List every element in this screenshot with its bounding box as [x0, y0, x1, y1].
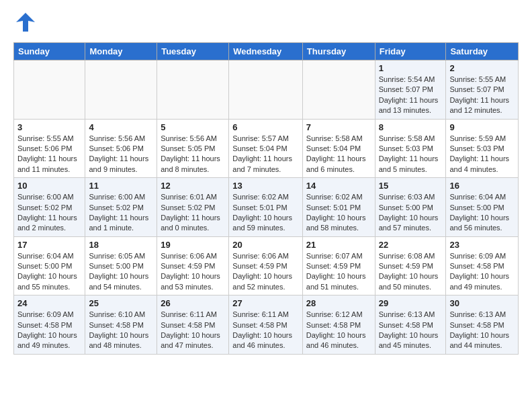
day-info: Sunrise: 5:58 AM Sunset: 5:04 PM Dayligh… — [306, 134, 371, 175]
weekday-header-wednesday: Wednesday — [229, 43, 303, 60]
weekday-header-saturday: Saturday — [446, 43, 519, 60]
calendar-cell: 20Sunrise: 6:06 AM Sunset: 4:59 PM Dayli… — [229, 236, 303, 295]
day-number: 12 — [161, 181, 225, 191]
day-number: 8 — [379, 122, 443, 132]
calendar-cell: 4Sunrise: 5:56 AM Sunset: 5:06 PM Daylig… — [85, 119, 157, 178]
day-number: 20 — [232, 240, 299, 250]
day-number: 23 — [449, 240, 515, 250]
weekday-header-monday: Monday — [85, 43, 157, 60]
weekday-header-friday: Friday — [375, 43, 446, 60]
calendar-week-row: 1Sunrise: 5:54 AM Sunset: 5:07 PM Daylig… — [14, 60, 519, 120]
calendar-cell: 15Sunrise: 6:03 AM Sunset: 5:00 PM Dayli… — [375, 178, 446, 237]
calendar-cell: 17Sunrise: 6:04 AM Sunset: 5:00 PM Dayli… — [14, 236, 85, 295]
logo — [13, 10, 38, 39]
calendar-cell: 22Sunrise: 6:08 AM Sunset: 4:59 PM Dayli… — [375, 236, 446, 295]
day-number: 22 — [379, 240, 443, 250]
day-info: Sunrise: 6:00 AM Sunset: 5:02 PM Dayligh… — [17, 192, 81, 234]
calendar-cell — [157, 60, 229, 120]
calendar-cell: 16Sunrise: 6:04 AM Sunset: 5:00 PM Dayli… — [446, 178, 519, 237]
day-info: Sunrise: 5:57 AM Sunset: 5:04 PM Dayligh… — [232, 134, 299, 175]
calendar-week-row: 3Sunrise: 5:55 AM Sunset: 5:06 PM Daylig… — [14, 119, 519, 178]
page-header — [0, 0, 532, 42]
weekday-header-thursday: Thursday — [302, 43, 375, 60]
day-number: 2 — [449, 63, 515, 73]
day-info: Sunrise: 6:01 AM Sunset: 5:02 PM Dayligh… — [161, 192, 225, 234]
calendar-cell — [14, 60, 85, 120]
day-info: Sunrise: 6:11 AM Sunset: 4:58 PM Dayligh… — [232, 310, 299, 351]
day-number: 16 — [449, 181, 515, 191]
day-number: 4 — [89, 122, 153, 132]
day-number: 17 — [17, 240, 81, 250]
calendar-header-row: SundayMondayTuesdayWednesdayThursdayFrid… — [14, 43, 519, 60]
day-info: Sunrise: 6:05 AM Sunset: 5:00 PM Dayligh… — [89, 251, 153, 293]
calendar-cell — [85, 60, 157, 120]
calendar-cell: 6Sunrise: 5:57 AM Sunset: 5:04 PM Daylig… — [229, 119, 303, 178]
calendar-cell: 23Sunrise: 6:09 AM Sunset: 4:58 PM Dayli… — [446, 236, 519, 295]
calendar-cell: 24Sunrise: 6:09 AM Sunset: 4:58 PM Dayli… — [14, 295, 85, 355]
calendar-cell: 29Sunrise: 6:13 AM Sunset: 4:58 PM Dayli… — [375, 295, 446, 355]
calendar-cell: 26Sunrise: 6:11 AM Sunset: 4:58 PM Dayli… — [157, 295, 229, 355]
day-info: Sunrise: 6:04 AM Sunset: 5:00 PM Dayligh… — [17, 251, 81, 293]
calendar-cell: 9Sunrise: 5:59 AM Sunset: 5:03 PM Daylig… — [446, 119, 519, 178]
day-info: Sunrise: 6:09 AM Sunset: 4:58 PM Dayligh… — [17, 310, 81, 351]
day-number: 1 — [379, 63, 443, 73]
day-info: Sunrise: 6:12 AM Sunset: 4:58 PM Dayligh… — [306, 310, 371, 351]
calendar-cell: 10Sunrise: 6:00 AM Sunset: 5:02 PM Dayli… — [14, 178, 85, 237]
day-info: Sunrise: 6:07 AM Sunset: 4:59 PM Dayligh… — [306, 251, 371, 293]
day-info: Sunrise: 5:59 AM Sunset: 5:03 PM Dayligh… — [449, 134, 515, 175]
day-number: 13 — [232, 181, 299, 191]
day-info: Sunrise: 6:06 AM Sunset: 4:59 PM Dayligh… — [232, 251, 299, 293]
day-number: 15 — [379, 181, 443, 191]
day-number: 29 — [379, 298, 443, 308]
calendar-cell: 14Sunrise: 6:02 AM Sunset: 5:01 PM Dayli… — [302, 178, 375, 237]
calendar-cell: 18Sunrise: 6:05 AM Sunset: 5:00 PM Dayli… — [85, 236, 157, 295]
calendar-cell — [229, 60, 303, 120]
calendar-cell: 2Sunrise: 5:55 AM Sunset: 5:07 PM Daylig… — [446, 60, 519, 120]
day-number: 30 — [449, 298, 515, 308]
day-number: 26 — [161, 298, 225, 308]
calendar-cell: 7Sunrise: 5:58 AM Sunset: 5:04 PM Daylig… — [302, 119, 375, 178]
calendar-cell: 12Sunrise: 6:01 AM Sunset: 5:02 PM Dayli… — [157, 178, 229, 237]
day-number: 7 — [306, 122, 371, 132]
calendar-cell: 27Sunrise: 6:11 AM Sunset: 4:58 PM Dayli… — [229, 295, 303, 355]
day-info: Sunrise: 6:10 AM Sunset: 4:58 PM Dayligh… — [89, 310, 153, 351]
day-number: 21 — [306, 240, 371, 250]
day-info: Sunrise: 5:56 AM Sunset: 5:06 PM Dayligh… — [89, 134, 153, 175]
calendar-cell: 21Sunrise: 6:07 AM Sunset: 4:59 PM Dayli… — [302, 236, 375, 295]
day-info: Sunrise: 6:02 AM Sunset: 5:01 PM Dayligh… — [232, 192, 299, 234]
calendar-week-row: 24Sunrise: 6:09 AM Sunset: 4:58 PM Dayli… — [14, 295, 519, 355]
day-info: Sunrise: 6:04 AM Sunset: 5:00 PM Dayligh… — [449, 192, 515, 234]
day-number: 14 — [306, 181, 371, 191]
calendar-cell: 3Sunrise: 5:55 AM Sunset: 5:06 PM Daylig… — [14, 119, 85, 178]
day-number: 28 — [306, 298, 371, 308]
day-number: 27 — [232, 298, 299, 308]
day-info: Sunrise: 5:56 AM Sunset: 5:05 PM Dayligh… — [161, 134, 225, 175]
logo-icon — [13, 10, 38, 39]
svg-marker-0 — [16, 13, 35, 32]
day-info: Sunrise: 5:55 AM Sunset: 5:06 PM Dayligh… — [17, 134, 81, 175]
day-info: Sunrise: 5:58 AM Sunset: 5:03 PM Dayligh… — [379, 134, 443, 175]
calendar-cell: 30Sunrise: 6:13 AM Sunset: 4:58 PM Dayli… — [446, 295, 519, 355]
day-number: 10 — [17, 181, 81, 191]
day-info: Sunrise: 6:09 AM Sunset: 4:58 PM Dayligh… — [449, 251, 515, 293]
day-info: Sunrise: 5:54 AM Sunset: 5:07 PM Dayligh… — [379, 75, 443, 116]
day-info: Sunrise: 6:03 AM Sunset: 5:00 PM Dayligh… — [379, 192, 443, 234]
calendar-cell: 1Sunrise: 5:54 AM Sunset: 5:07 PM Daylig… — [375, 60, 446, 120]
calendar-cell: 19Sunrise: 6:06 AM Sunset: 4:59 PM Dayli… — [157, 236, 229, 295]
day-number: 5 — [161, 122, 225, 132]
day-number: 19 — [161, 240, 225, 250]
calendar-cell: 25Sunrise: 6:10 AM Sunset: 4:58 PM Dayli… — [85, 295, 157, 355]
day-info: Sunrise: 6:06 AM Sunset: 4:59 PM Dayligh… — [161, 251, 225, 293]
calendar-week-row: 17Sunrise: 6:04 AM Sunset: 5:00 PM Dayli… — [14, 236, 519, 295]
calendar-table: SundayMondayTuesdayWednesdayThursdayFrid… — [13, 42, 519, 355]
day-number: 18 — [89, 240, 153, 250]
calendar-cell: 28Sunrise: 6:12 AM Sunset: 4:58 PM Dayli… — [302, 295, 375, 355]
day-info: Sunrise: 5:55 AM Sunset: 5:07 PM Dayligh… — [449, 75, 515, 116]
day-info: Sunrise: 6:13 AM Sunset: 4:58 PM Dayligh… — [449, 310, 515, 351]
calendar-cell: 8Sunrise: 5:58 AM Sunset: 5:03 PM Daylig… — [375, 119, 446, 178]
day-info: Sunrise: 6:00 AM Sunset: 5:02 PM Dayligh… — [89, 192, 153, 234]
calendar-cell: 13Sunrise: 6:02 AM Sunset: 5:01 PM Dayli… — [229, 178, 303, 237]
calendar-cell: 11Sunrise: 6:00 AM Sunset: 5:02 PM Dayli… — [85, 178, 157, 237]
day-info: Sunrise: 6:02 AM Sunset: 5:01 PM Dayligh… — [306, 192, 371, 234]
weekday-header-sunday: Sunday — [14, 43, 85, 60]
